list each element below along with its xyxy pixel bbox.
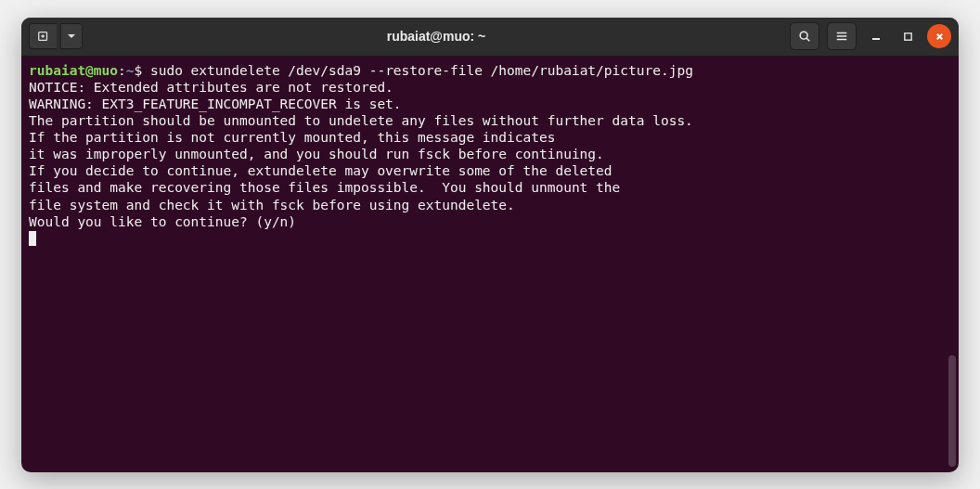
terminal-window: rubaiat@muo: ~ — [21, 18, 959, 472]
prompt-colon: : — [118, 63, 126, 78]
titlebar-left-controls — [29, 23, 83, 49]
maximize-button[interactable] — [896, 24, 920, 48]
prompt-user-host: rubaiat@muo — [29, 63, 118, 78]
prompt-line: rubaiat@muo:~$ sudo extundelete /dev/sda… — [29, 62, 951, 79]
hamburger-menu-button[interactable] — [827, 22, 857, 50]
output-line: files and make recovering those files im… — [29, 179, 951, 196]
window-title: rubaiat@muo: ~ — [88, 29, 784, 44]
search-button[interactable] — [790, 22, 819, 50]
output-line: it was improperly unmounted, and you sho… — [29, 146, 951, 162]
output-line: Would you like to continue? (y/n) — [29, 213, 951, 230]
output-line: file system and check it with fsck befor… — [29, 197, 951, 213]
close-icon — [935, 32, 945, 42]
titlebar: rubaiat@muo: ~ — [21, 18, 959, 57]
cursor-icon — [29, 231, 36, 246]
close-button[interactable] — [927, 24, 951, 48]
cursor-line — [29, 230, 951, 247]
minimize-button[interactable] — [864, 24, 888, 48]
prompt-path: ~ — [126, 63, 135, 78]
output-line: NOTICE: Extended attributes are not rest… — [29, 79, 951, 96]
tab-dropdown-button[interactable] — [60, 23, 83, 49]
output-line: WARNING: EXT3_FEATURE_INCOMPAT_RECOVER i… — [29, 96, 951, 112]
new-tab-icon — [37, 30, 50, 43]
command-text: sudo extundelete /dev/sda9 --restore-fil… — [142, 63, 693, 78]
chevron-down-icon — [67, 32, 76, 41]
output-line: The partition should be unmounted to und… — [29, 112, 951, 129]
terminal-content[interactable]: rubaiat@muo:~$ sudo extundelete /dev/sda… — [21, 57, 959, 472]
output-line: If the partition is not currently mounte… — [29, 129, 951, 146]
maximize-icon — [903, 32, 913, 42]
minimize-icon — [870, 31, 882, 42]
search-icon — [798, 30, 811, 43]
svg-point-1 — [800, 32, 807, 39]
svg-rect-2 — [904, 32, 910, 39]
new-tab-button[interactable] — [29, 23, 57, 49]
output-line: If you decide to continue, extundelete m… — [29, 162, 951, 179]
hamburger-icon — [835, 30, 848, 43]
titlebar-right-controls — [790, 22, 951, 50]
scrollbar[interactable] — [948, 355, 956, 467]
prompt-symbol: $ — [135, 63, 143, 78]
